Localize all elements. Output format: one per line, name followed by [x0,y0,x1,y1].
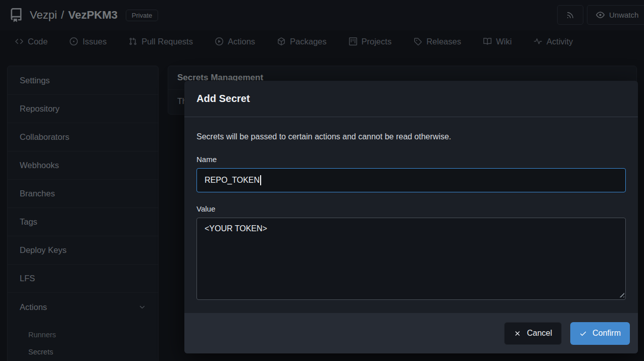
secret-name-input[interactable]: REPO_TOKEN [196,168,626,192]
secret-name-value: REPO_TOKEN [205,176,260,185]
modal-title: Add Secret [184,81,638,117]
cancel-label: Cancel [527,329,552,338]
secret-value-wrap: <YOUR TOKEN> [196,218,626,300]
confirm-label: Confirm [592,329,621,338]
value-field-label: Value [196,204,626,213]
secret-value-textarea[interactable]: <YOUR TOKEN> [196,218,626,300]
modal-description: Secrets will be passed to certain action… [196,132,626,141]
check-icon [579,330,587,337]
close-icon [514,330,521,337]
name-field-label: Name [196,155,626,164]
modal-footer: Cancel Confirm [184,313,638,353]
add-secret-modal: Add Secret Secrets will be passed to cer… [184,81,638,353]
text-caret [260,175,261,185]
cancel-button[interactable]: Cancel [504,322,562,345]
modal-body: Secrets will be passed to certain action… [184,117,638,312]
confirm-button[interactable]: Confirm [570,322,630,345]
